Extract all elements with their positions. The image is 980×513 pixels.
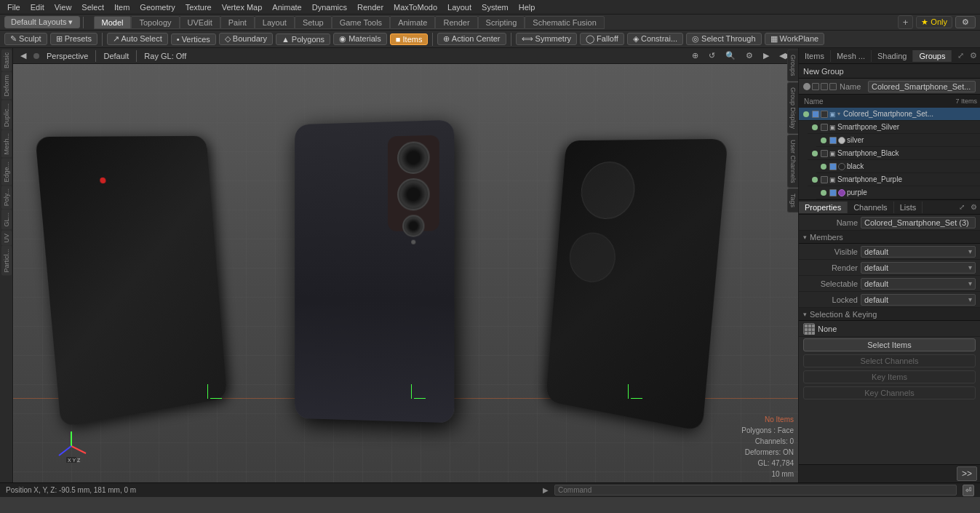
tree-item-cb2-root[interactable] <box>821 111 828 118</box>
key-items-button[interactable]: Key Items <box>803 370 976 383</box>
menu-animate[interactable]: Animate <box>268 2 306 12</box>
left-tab-mesh[interactable]: Mesh... <box>1 130 12 158</box>
star-only-button[interactable]: ★ Only <box>916 16 952 28</box>
command-run-button[interactable]: ⏎ <box>963 485 974 496</box>
select-through-button[interactable]: ◎ Select Through <box>686 33 761 45</box>
lock-checkbox[interactable] <box>812 83 819 90</box>
tab-render[interactable]: Render <box>435 16 477 29</box>
boundary-button[interactable]: ◇ Boundary <box>219 33 273 45</box>
tab-game-tools[interactable]: Game Tools <box>332 16 391 29</box>
select-items-button[interactable]: Select Items <box>803 338 976 351</box>
menu-help[interactable]: Help <box>514 2 540 12</box>
props-name-value[interactable]: Colored_Smartphone_Set (3) <box>861 217 976 228</box>
polygons-button[interactable]: ▲ Polygons <box>276 33 330 45</box>
tree-item-black[interactable]: ▣ Smartphone_Black <box>808 147 980 160</box>
menu-maxtoModo[interactable]: MaxToModo <box>389 2 442 12</box>
menu-edit[interactable]: Edit <box>26 2 49 12</box>
props-tab-properties[interactable]: Properties <box>799 202 848 213</box>
workplane-button[interactable]: ▦ WorkPlane <box>765 33 825 45</box>
forward-button[interactable]: >> <box>957 466 977 481</box>
tab-scripting[interactable]: Scripting <box>478 16 525 29</box>
visibility-dot[interactable] <box>803 83 810 90</box>
viewport-toggle-btn[interactable]: ◀ <box>17 50 29 61</box>
tree-item-cb-silver[interactable] <box>821 124 828 131</box>
props-expand-icon[interactable]: ⤢ <box>956 202 968 212</box>
edge-tab-groups[interactable]: Groups <box>787 49 798 81</box>
tree-item-cb-pcolor[interactable] <box>829 189 837 196</box>
prop-locked-dropdown[interactable]: default ▾ <box>861 294 976 306</box>
left-tab-poly[interactable]: Poly... <box>1 186 12 209</box>
menu-system[interactable]: System <box>477 2 513 12</box>
tab-animate[interactable]: Animate <box>390 16 435 29</box>
viewport-orbit-icon[interactable]: ⊕ <box>689 50 701 61</box>
rp-tab-items[interactable]: Items <box>799 50 831 62</box>
key-channels-button[interactable]: Key Channels <box>803 386 976 399</box>
select-channels-button[interactable]: Select Channels <box>803 354 976 367</box>
vertices-button[interactable]: • Vertices <box>171 33 216 45</box>
props-settings-icon[interactable]: ⚙ <box>968 202 980 212</box>
tab-setup[interactable]: Setup <box>295 16 332 29</box>
menu-vertex-map[interactable]: Vertex Map <box>218 2 267 12</box>
tree-item-silver-color[interactable]: silver <box>816 134 980 147</box>
viewport-3d[interactable]: X Y Z No Items Polygons : Face Channels:… <box>13 64 798 482</box>
sculpt-button[interactable]: ✎ Sculpt <box>4 33 47 45</box>
tree-item-cb-root[interactable] <box>812 111 819 118</box>
render-checkbox[interactable] <box>821 83 828 90</box>
add-tab-button[interactable]: + <box>898 15 914 29</box>
tree-item-purple[interactable]: ▣ Smartphone_Purple <box>808 173 980 186</box>
rp-tab-groups[interactable]: Groups <box>913 50 952 62</box>
command-input[interactable] <box>554 485 957 496</box>
tab-layout[interactable]: Layout <box>255 16 295 29</box>
viewport-settings-icon[interactable]: ⚙ <box>743 50 756 61</box>
rp-settings-icon[interactable]: ⚙ <box>967 49 980 62</box>
falloff-button[interactable]: ◯ Falloff <box>580 33 624 45</box>
menu-item[interactable]: Item <box>110 2 134 12</box>
name-input[interactable] <box>868 81 976 92</box>
menu-file[interactable]: File <box>3 2 25 12</box>
presets-button[interactable]: ⊞ Presets <box>50 33 97 45</box>
default-label[interactable]: Default <box>100 51 132 61</box>
edge-tab-user-channels[interactable]: User Channels <box>787 135 798 188</box>
tab-paint[interactable]: Paint <box>220 16 255 29</box>
action-center-button[interactable]: ⊕ Action Center <box>437 33 506 45</box>
gear-settings-button[interactable]: ⚙ <box>955 16 976 28</box>
default-layouts-button[interactable]: Default Layouts ▾ <box>4 16 80 28</box>
constrain-button[interactable]: ◈ Constrai... <box>627 33 683 45</box>
auto-select-button[interactable]: ↗ Auto Select <box>107 33 168 45</box>
left-tab-duplicate[interactable]: Duplic... <box>1 100 12 130</box>
tree-item-cb-black[interactable] <box>821 150 828 157</box>
prop-visible-dropdown[interactable]: default ▾ <box>861 246 976 258</box>
menu-texture[interactable]: Texture <box>181 2 216 12</box>
viewport-refresh-icon[interactable]: ↺ <box>706 50 718 61</box>
items-button[interactable]: ■ Items <box>390 33 429 45</box>
tab-topology[interactable]: Topology <box>131 16 179 29</box>
viewport-zoom-icon[interactable]: 🔍 <box>722 50 738 61</box>
left-tab-uv[interactable]: UV <box>1 231 12 246</box>
left-tab-basic[interactable]: Basic <box>1 49 12 71</box>
left-tab-gl[interactable]: GL... <box>1 210 12 230</box>
select-checkbox[interactable] <box>829 83 837 90</box>
rp-tab-mesh[interactable]: Mesh ... <box>831 50 872 62</box>
tree-item-cb-scolor[interactable] <box>829 137 837 144</box>
tree-item-silver[interactable]: ▣ Smarthpone_Silver <box>808 121 980 134</box>
prop-selectable-dropdown[interactable]: default ▾ <box>861 278 976 290</box>
prop-render-dropdown[interactable]: default ▾ <box>861 262 976 274</box>
props-tab-lists[interactable]: Lists <box>894 202 923 213</box>
view-label[interactable]: Perspective <box>44 51 91 61</box>
edge-tab-tags[interactable]: Tags <box>787 188 798 212</box>
tree-item-cb-bcolor[interactable] <box>829 163 837 170</box>
tab-schematic[interactable]: Schematic Fusion <box>525 16 604 29</box>
tree-item-root[interactable]: ▣ ▾ Colored_Smartphone_Set... <box>799 108 980 121</box>
viewport-expand-icon[interactable]: ▶ <box>760 50 772 61</box>
tab-model[interactable]: Model <box>94 16 132 29</box>
tree-item-purple-color[interactable]: purple <box>816 186 980 199</box>
menu-dynamics[interactable]: Dynamics <box>308 2 351 12</box>
materials-button[interactable]: ◉ Materials <box>333 33 387 45</box>
ray-label[interactable]: Ray GL: Off <box>141 51 189 61</box>
keying-grid-button[interactable] <box>803 323 815 335</box>
left-tab-deform[interactable]: Deform <box>1 72 12 100</box>
menu-select[interactable]: Select <box>77 2 108 12</box>
left-tab-edge[interactable]: Edge... <box>1 159 12 186</box>
menu-layout[interactable]: Layout <box>443 2 476 12</box>
tree-item-cb-purple[interactable] <box>821 176 828 183</box>
